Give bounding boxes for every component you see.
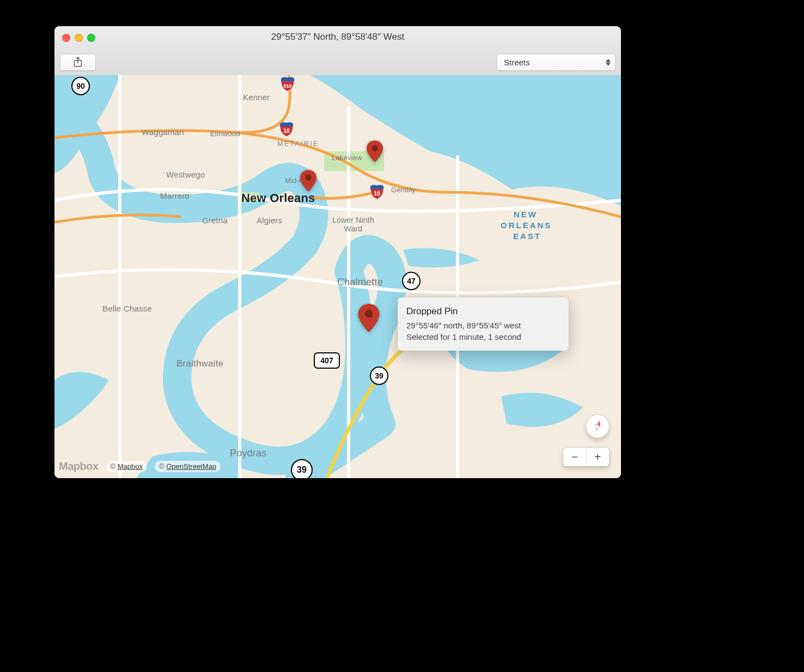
map-pin-lakeview[interactable] <box>367 140 383 162</box>
mapbox-logo: Mapbox <box>59 460 99 473</box>
osm-link[interactable]: OpenStreetMap <box>166 462 216 471</box>
svg-point-8 <box>306 175 312 181</box>
share-button[interactable] <box>60 54 96 71</box>
map-canvas[interactable]: 310 10 10 90 47 407 39 39 Kenner Waggama… <box>54 75 621 478</box>
mapbox-link[interactable]: Mapbox <box>118 462 143 471</box>
share-icon <box>74 57 82 68</box>
window-title: 29°55′37″ North, 89°58′48″ West <box>54 32 621 42</box>
attrib-mapbox: © Mapbox <box>106 461 147 472</box>
zoom-out-button[interactable]: − <box>563 448 587 466</box>
stepper-icon <box>606 59 611 66</box>
map-pin-midcity[interactable] <box>300 170 316 192</box>
pin-callout[interactable]: Dropped Pin 29°55′46″ north, 89°55′45″ w… <box>398 297 569 351</box>
callout-coords: 29°55′46″ north, 89°55′45″ west <box>406 320 559 332</box>
callout-duration: Selected for 1 minute, 1 second <box>406 331 559 343</box>
attrib-osm: © OpenStreetMap <box>155 461 221 472</box>
map-style-dropdown[interactable]: Streets <box>497 54 616 71</box>
svg-point-9 <box>365 310 373 317</box>
map-style-selected: Streets <box>504 58 530 67</box>
titlebar: 29°55′37″ North, 89°58′48″ West Streets <box>54 26 621 76</box>
attribution: Mapbox © Mapbox © OpenStreetMap <box>59 460 221 473</box>
toolbar: Streets <box>60 53 616 71</box>
zoom-in-button[interactable]: + <box>587 448 610 466</box>
svg-point-7 <box>372 145 378 151</box>
app-window: 29°55′37″ North, 89°58′48″ West Streets <box>54 26 621 478</box>
compass-icon <box>590 419 604 435</box>
compass-button[interactable] <box>586 415 609 438</box>
map-background <box>54 75 621 478</box>
map-pin-dropped[interactable] <box>358 304 380 332</box>
zoom-control: − + <box>563 448 609 466</box>
callout-title: Dropped Pin <box>406 305 559 319</box>
